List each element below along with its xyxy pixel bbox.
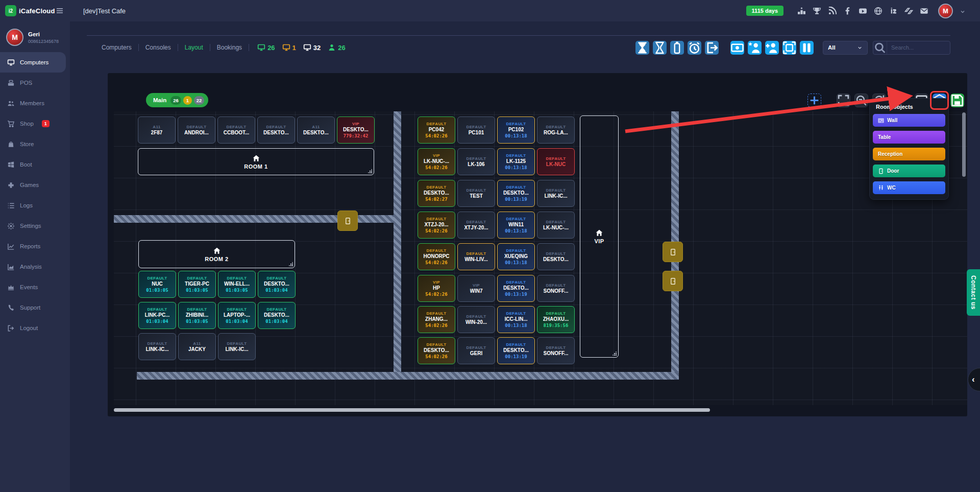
computer-tile-link-ic[interactable]: DEFAULTLINK-IC... [537,180,575,207]
sidebar-item-analysis[interactable]: Analysis [0,256,66,277]
user-avatar[interactable]: M [938,4,953,18]
sidebar-user[interactable]: M Geri 008612345678 [0,21,70,52]
tab-layout[interactable]: Layout [178,44,210,51]
computer-tile-xtjy-20[interactable]: DEFAULTXTJY-20... [457,212,495,239]
computer-tile-zhaoxu[interactable]: DEFAULTZHAOXU...819:35:56 [537,306,575,333]
room-area-room-2[interactable]: ROOM 2 [138,240,295,268]
room-object-wall[interactable]: Wall [873,114,945,127]
btn-sign-out[interactable] [705,41,719,55]
computer-tile-2f87[interactable]: A112F87 [138,116,176,144]
room-object-reception[interactable]: Reception [873,148,945,160]
computer-tile-geri[interactable]: DEFAULTGERI [457,337,495,364]
sidebar-item-support[interactable]: Support [0,297,66,318]
computer-tile-xtzj-20[interactable]: DEFAULTXTZJ-20...54:02:26 [418,212,455,239]
sidebar-item-shop[interactable]: Shop1 [0,113,66,134]
map-tab-main[interactable]: Main 26122 [146,93,208,107]
computer-tile-deskto[interactable]: DEFAULTDESKTO...00:13:19 [497,275,535,302]
computer-tile-win-liv[interactable]: DEFAULTWIN-LIV... [457,243,495,270]
door-object[interactable] [337,210,358,231]
facebook-icon[interactable] [843,7,852,15]
room-object-wc[interactable]: WC [873,181,945,194]
computer-tile-link-ic[interactable]: DEFAULTLINK-IC... [218,333,256,360]
sidebar-item-store[interactable]: Store [0,134,66,154]
sidebar-item-reports[interactable]: Reports [0,236,66,256]
sidebar-item-logs[interactable]: Logs [0,195,66,216]
icafe-icon[interactable] [889,7,898,15]
computer-tile-pc042[interactable]: DEFAULTPC04254:02:26 [418,116,455,144]
computer-tile-lk-106[interactable]: DEFAULTLK-106 [457,148,495,175]
btn-hourglass-start[interactable] [635,41,649,55]
computer-tile-lk-nuc[interactable]: VIPLK-NUC-...54:02:26 [418,148,455,175]
computer-tile-deskto[interactable]: DEFAULTDESKTO... [537,243,575,270]
computer-tile-deskto[interactable]: DEFAULTDESKTO...01:03:04 [258,271,296,298]
computer-tile-zhibini[interactable]: DEFAULTZHIBINI...01:03:05 [178,302,216,329]
rss-icon[interactable] [828,7,837,15]
vertical-scrollbar[interactable] [962,112,966,177]
group-filter-select[interactable]: All [823,41,868,55]
room-object-table[interactable]: Table [873,131,945,144]
btn-pause[interactable] [800,41,814,55]
resize-handle[interactable] [288,262,293,266]
trophy-icon[interactable] [813,7,821,15]
computer-tile-laptop[interactable]: DEFAULTLAPTOP-...01:03:04 [218,302,256,329]
sidebar-item-boot[interactable]: Boot [0,154,66,175]
room-area-room-1[interactable]: ROOM 1 [138,148,374,175]
computer-tile-deskto[interactable]: A11DESKTO... [297,116,335,144]
map-btn-fullscreen[interactable] [837,93,850,107]
computer-tile-link-ic[interactable]: DEFAULTLINK-IC... [138,333,176,360]
search-input[interactable] [887,44,950,51]
computer-tile-tiger-pc[interactable]: DEFAULTTIGER-PC01:03:05 [178,271,216,298]
computer-tile-pc101[interactable]: DEFAULTPC101 [457,116,495,144]
computer-tile-sonoff[interactable]: DEFAULTSONOFF... [537,337,575,364]
room-area-vip[interactable]: VIP [580,115,619,358]
btn-user-plus[interactable] [765,41,779,55]
computer-tile-nuc[interactable]: DEFAULTNUC01:03:05 [138,271,176,298]
resize-handle[interactable] [368,169,372,173]
horizontal-scrollbar[interactable] [114,408,710,412]
btn-scan[interactable] [782,41,796,55]
map-btn-zoom-out[interactable] [854,93,868,107]
door-object[interactable] [663,242,683,262]
room-object-door[interactable]: Door [873,165,945,177]
sidebar-item-logout[interactable]: Logout [0,318,66,338]
computer-tile-sonoff[interactable]: DEFAULTSONOFF... [537,275,575,302]
door-object[interactable] [663,271,683,291]
hamburger-menu-icon[interactable] [56,7,64,15]
sidebar-item-games[interactable]: Games [0,175,66,195]
tab-consoles[interactable]: Consoles [139,44,178,51]
computer-tile-lk-nuc[interactable]: DEFAULTLK-NUC-... [537,212,575,239]
wall-segment[interactable] [394,111,401,372]
computer-tile-zhang[interactable]: DEFAULTZHANG...54:02:26 [418,306,455,333]
computer-tile-jacky[interactable]: A11JACKY [178,333,216,360]
computer-tile-win11[interactable]: DEFAULTWIN1100:13:18 [497,212,535,239]
computer-tile-rog-la[interactable]: DEFAULTROG-LA... [537,116,575,144]
chevron-down-icon[interactable] [960,8,966,14]
computer-tile-win-20[interactable]: DEFAULTWIN-20... [457,306,495,333]
contact-us-tab[interactable]: Contact us [967,269,980,316]
btn-money[interactable] [730,41,744,55]
computer-tile-deskto[interactable]: DEFAULTDESKTO...54:02:27 [418,180,455,207]
computer-tile-win7[interactable]: VIPWIN7 [457,275,495,302]
globe-icon[interactable] [874,7,883,15]
computer-tile-link-pc[interactable]: DEFAULTLINK-PC...01:03:04 [138,302,176,329]
sidebar-item-pos[interactable]: POS [0,73,66,93]
computer-tile-icc-lin[interactable]: DEFAULTICC-LIN...00:13:18 [497,306,535,333]
mail-icon[interactable] [920,7,928,15]
computer-tile-lk-1125[interactable]: DEFAULTLK-112500:13:18 [497,148,535,175]
sidebar-item-computers[interactable]: Computers [0,52,66,73]
btn-user-star[interactable] [748,41,762,55]
computer-tile-lk-nuc[interactable]: DEFAULTLK-NUC [537,148,575,175]
btn-hourglass-end[interactable] [653,41,667,55]
computer-tile-deskto[interactable]: DEFAULTDESKTO...00:13:19 [497,337,535,364]
sidebar-item-settings[interactable]: Settings [0,216,66,236]
computer-tile-hp[interactable]: VIPHP54:02:26 [418,275,455,302]
icafecloud-logo[interactable]: i2 iCafeCloud [5,5,55,16]
computer-tile-deskto[interactable]: DEFAULTDESKTO...01:03:04 [258,302,296,329]
sidebar-item-members[interactable]: Members [0,93,66,113]
computer-tile-deskto[interactable]: DEFAULTDESKTO...00:13:19 [497,180,535,207]
computer-tile-androi[interactable]: DEFAULTANDROI... [178,116,215,144]
computer-tile-xueqing[interactable]: DEFAULTXUEQING00:13:18 [497,243,535,270]
map-btn-save[interactable] [950,93,964,107]
sidebar-item-events[interactable]: Events [0,277,66,297]
ranking-icon[interactable] [797,7,806,15]
